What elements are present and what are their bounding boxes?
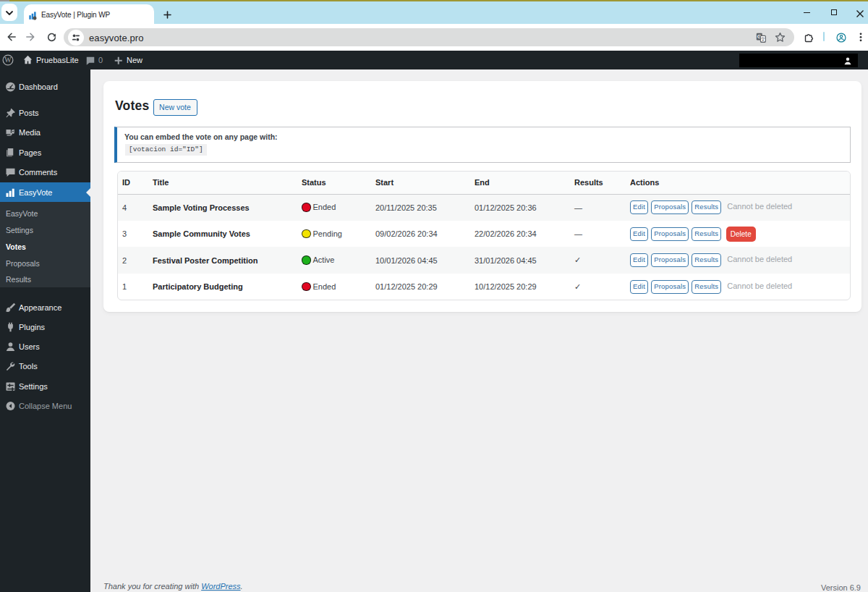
svg-text:文: 文 xyxy=(760,36,765,42)
svg-text:W: W xyxy=(4,56,12,64)
